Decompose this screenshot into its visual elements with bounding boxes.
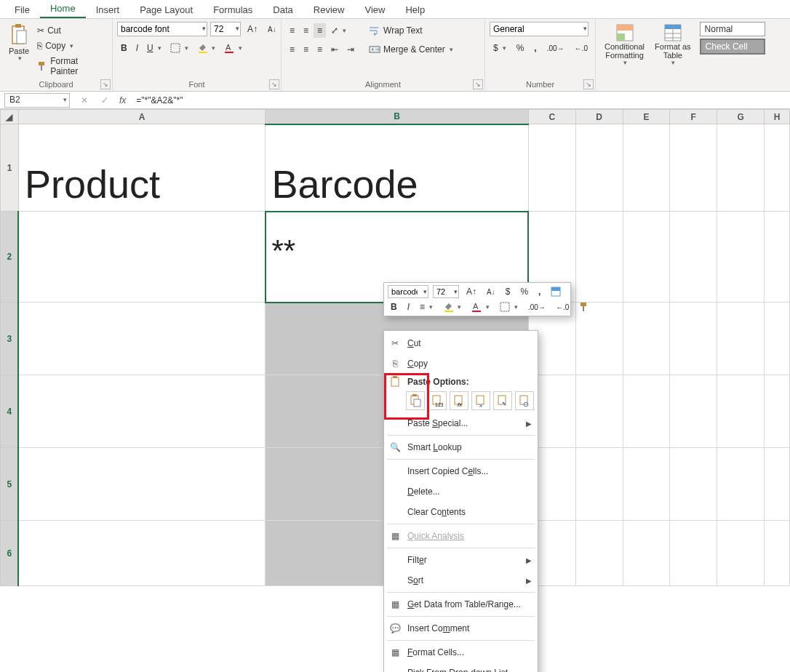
ctx-copy[interactable]: ⎘ Copy xyxy=(384,353,538,374)
ctx-cut[interactable]: ✂ Cut xyxy=(384,333,538,353)
format-painter-button[interactable]: Format Painter xyxy=(33,54,108,79)
ctx-get-data[interactable]: ▦ Get Data from Table/Range... xyxy=(384,594,538,615)
bold-button[interactable]: B xyxy=(117,41,131,55)
col-header-b[interactable]: B xyxy=(266,110,528,124)
align-right-button[interactable]: ≡ xyxy=(314,42,326,57)
tab-page-layout[interactable]: Page Layout xyxy=(129,1,203,18)
paste-option-values[interactable]: 123 xyxy=(428,391,447,410)
conditional-formatting-button[interactable]: Conditional Formatting▾ xyxy=(600,22,649,68)
clipboard-dialog-launcher[interactable]: ↘ xyxy=(100,79,111,89)
ctx-insert-copied[interactable]: Insert Copied Cells... xyxy=(384,461,538,481)
col-header-e[interactable]: E xyxy=(623,110,670,124)
cell-style-check-cell[interactable]: Check Cell xyxy=(700,39,765,55)
ctx-sort[interactable]: Sort ▶ xyxy=(384,570,538,591)
cell-a2[interactable] xyxy=(18,212,266,303)
comma-button[interactable]: , xyxy=(530,41,540,55)
cell-style-normal[interactable]: Normal xyxy=(700,22,765,36)
alignment-dialog-launcher[interactable]: ↘ xyxy=(473,79,483,89)
formula-input[interactable]: ="*"&A2&"*" xyxy=(132,94,790,107)
col-header-f[interactable]: F xyxy=(670,110,717,124)
percent-button[interactable]: % xyxy=(513,41,528,55)
tab-help[interactable]: Help xyxy=(395,1,435,18)
mini-decrease-font[interactable]: A↓ xyxy=(484,287,498,297)
tab-file[interactable]: File xyxy=(4,1,40,18)
font-dialog-launcher[interactable]: ↘ xyxy=(269,79,279,89)
paste-option-formatting[interactable] xyxy=(493,391,512,410)
col-header-a[interactable]: A xyxy=(18,110,266,124)
merge-center-button[interactable]: Merge & Center ▾ xyxy=(365,42,457,57)
row-header-4[interactable]: 4 xyxy=(1,375,19,448)
number-format-input[interactable] xyxy=(490,22,588,36)
mini-font-color[interactable]: A▾ xyxy=(468,300,492,313)
row-header-5[interactable]: 5 xyxy=(1,448,19,521)
cut-button[interactable]: ✂ Cut xyxy=(33,23,108,38)
mini-bold[interactable]: B xyxy=(388,300,400,313)
italic-button[interactable]: I xyxy=(132,41,142,55)
mini-borders[interactable]: ▾ xyxy=(497,300,521,313)
tab-insert[interactable]: Insert xyxy=(86,1,130,18)
tab-home[interactable]: Home xyxy=(40,0,86,18)
decrease-decimal-button[interactable]: ←.0 xyxy=(571,41,591,55)
cell-a1[interactable]: Product xyxy=(18,124,266,212)
tab-view[interactable]: View xyxy=(354,1,395,18)
decrease-font-button[interactable]: A↓ xyxy=(264,23,280,36)
ctx-pick-list[interactable]: Pick From Drop-down List... xyxy=(384,663,538,672)
ctx-delete[interactable]: Delete... xyxy=(384,481,538,502)
row-header-2[interactable]: 2 xyxy=(1,212,19,303)
font-color-button[interactable]: A▾ xyxy=(220,41,246,55)
tab-formulas[interactable]: Formulas xyxy=(203,1,263,18)
accept-formula-button[interactable]: ✓ xyxy=(97,93,112,108)
row-header-6[interactable]: 6 xyxy=(1,521,19,586)
align-middle-button[interactable]: ≡ xyxy=(300,23,312,38)
col-header-h[interactable]: H xyxy=(765,110,790,124)
col-header-d[interactable]: D xyxy=(575,110,623,124)
ctx-paste-special[interactable]: Paste Special... ▶ xyxy=(384,413,538,433)
format-as-table-button[interactable]: Format as Table▾ xyxy=(650,22,695,68)
mini-format-painter[interactable] xyxy=(576,300,592,313)
mini-increase-font[interactable]: A↑ xyxy=(463,285,479,298)
increase-font-button[interactable]: A↑ xyxy=(244,22,261,36)
cancel-formula-button[interactable]: ✕ xyxy=(77,93,92,108)
align-bottom-button[interactable]: ≡ xyxy=(314,23,326,38)
font-name-input[interactable] xyxy=(117,22,207,36)
underline-button[interactable]: U▾ xyxy=(143,41,165,55)
ctx-smart-lookup[interactable]: 🔍 Smart Lookup xyxy=(384,437,538,457)
decrease-indent-button[interactable]: ⇤ xyxy=(327,42,342,57)
mini-dec-decimal[interactable]: ←.0 xyxy=(553,302,572,313)
worksheet[interactable]: ◢ A B C D E F G H 1 Product Barcode 2 ** xyxy=(0,109,790,672)
copy-button[interactable]: ⎘ Copy ▾ xyxy=(33,39,108,53)
mini-percent[interactable]: % xyxy=(517,285,531,298)
row-header-1[interactable]: 1 xyxy=(1,124,19,212)
ctx-clear-contents[interactable]: Clear Contents xyxy=(384,502,538,522)
accounting-format-button[interactable]: $▾ xyxy=(490,41,510,55)
mini-inc-decimal[interactable]: .00→ xyxy=(525,302,548,313)
align-top-button[interactable]: ≡ xyxy=(286,23,298,38)
paste-option-link[interactable] xyxy=(515,391,534,410)
paste-option-formulas[interactable]: fx xyxy=(450,391,468,410)
mini-cond-format[interactable] xyxy=(548,285,564,298)
increase-decimal-button[interactable]: .00→ xyxy=(543,41,568,55)
mini-font-input[interactable] xyxy=(388,285,428,298)
align-left-button[interactable]: ≡ xyxy=(286,42,298,57)
mini-accounting[interactable]: $ xyxy=(503,285,514,298)
fx-icon[interactable]: fx xyxy=(119,95,132,105)
cell-c1[interactable] xyxy=(528,124,575,212)
number-dialog-launcher[interactable]: ↘ xyxy=(583,79,594,89)
col-header-c[interactable]: C xyxy=(528,110,575,124)
mini-italic[interactable]: I xyxy=(404,300,412,313)
mini-fill[interactable]: ▾ xyxy=(440,300,464,313)
increase-indent-button[interactable]: ⇥ xyxy=(343,42,358,57)
ctx-insert-comment[interactable]: 💬 Insert Comment xyxy=(384,618,538,639)
borders-button[interactable]: ▾ xyxy=(167,41,192,55)
paste-option-all[interactable] xyxy=(406,391,425,410)
row-header-3[interactable]: 3 xyxy=(1,303,19,375)
orientation-button[interactable]: ⤢▾ xyxy=(327,23,350,38)
cell-b1[interactable]: Barcode xyxy=(266,124,528,212)
ctx-format-cells[interactable]: ▦ Format Cells... xyxy=(384,642,538,663)
paste-button[interactable]: Paste ▾ xyxy=(4,22,33,64)
fill-color-button[interactable]: ▾ xyxy=(193,41,219,55)
mini-comma[interactable]: , xyxy=(535,285,543,298)
select-all-button[interactable]: ◢ xyxy=(1,110,19,124)
align-center-button[interactable]: ≡ xyxy=(300,42,312,57)
tab-data[interactable]: Data xyxy=(263,1,303,18)
